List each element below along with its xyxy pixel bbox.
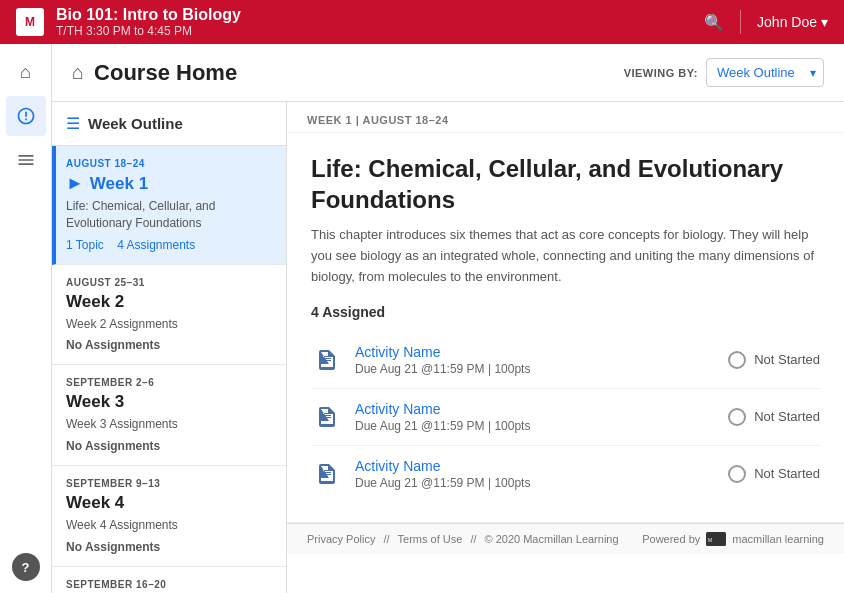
viewing-by-label: VIEWING BY: bbox=[624, 67, 698, 79]
svg-rect-4 bbox=[323, 417, 331, 418]
activity-due-1: Due Aug 21 @11:59 PM | 100pts bbox=[355, 362, 530, 376]
footer: Privacy Policy // Terms of Use // © 2020… bbox=[287, 523, 844, 554]
week-sidebar-title: Week Outline bbox=[88, 115, 183, 132]
footer-sep-2: // bbox=[470, 533, 476, 545]
activity-left-2: Activity Name Due Aug 21 @11:59 PM | 100… bbox=[311, 401, 530, 433]
search-icon[interactable]: 🔍 bbox=[704, 13, 724, 32]
chapter-description: This chapter introduces six themes that … bbox=[311, 225, 820, 287]
week-item-4[interactable]: SEPTEMBER 9–13 Week 4 Week 4 Assignments… bbox=[52, 466, 286, 567]
table-row: Activity Name Due Aug 21 @11:59 PM | 100… bbox=[311, 389, 820, 446]
chapter-section: Life: Chemical, Cellular, and Evolutiona… bbox=[287, 133, 844, 523]
help-button[interactable]: ? bbox=[12, 553, 40, 581]
activity-status-2: Not Started bbox=[728, 408, 820, 426]
week-3-no-assignments: No Assignments bbox=[66, 439, 272, 453]
week-item-5[interactable]: SEPTEMBER 16–20 Week 5 bbox=[52, 567, 286, 593]
week-item-3[interactable]: SEPTEMBER 2–6 Week 3 Week 3 Assignments … bbox=[52, 365, 286, 466]
svg-rect-2 bbox=[323, 362, 328, 363]
macmillan-logo-icon: M bbox=[706, 532, 726, 546]
week-2-desc: Week 2 Assignments bbox=[66, 316, 272, 333]
footer-links: Privacy Policy // Terms of Use // © 2020… bbox=[307, 533, 619, 545]
week-1-name: ► Week 1 bbox=[66, 173, 272, 194]
week-1-desc: Life: Chemical, Cellular, and Evolutiona… bbox=[66, 198, 272, 232]
viewing-by: VIEWING BY: Week Outline bbox=[624, 58, 824, 87]
week-label: WEEK 1 | AUGUST 18–24 bbox=[287, 102, 844, 133]
activity-info-2: Activity Name Due Aug 21 @11:59 PM | 100… bbox=[355, 401, 530, 433]
week-item-1[interactable]: AUGUST 18–24 ► Week 1 Life: Chemical, Ce… bbox=[52, 146, 286, 265]
table-row: Activity Name Due Aug 21 @11:59 PM | 100… bbox=[311, 446, 820, 502]
week-3-desc: Week 3 Assignments bbox=[66, 416, 272, 433]
nav-list-icon[interactable] bbox=[6, 140, 46, 180]
table-row: Activity Name Due Aug 21 @11:59 PM | 100… bbox=[311, 332, 820, 389]
view-select[interactable]: Week Outline bbox=[706, 58, 824, 87]
assignments-link[interactable]: 4 Assignments bbox=[117, 238, 195, 252]
app-logo: M bbox=[16, 8, 44, 36]
page-header: ⌂ Course Home VIEWING BY: Week Outline bbox=[52, 44, 844, 102]
chapter-title: Life: Chemical, Cellular, and Evolutiona… bbox=[311, 153, 820, 215]
page-title: Course Home bbox=[94, 60, 237, 86]
week-2-name: Week 2 bbox=[66, 292, 272, 312]
user-menu[interactable]: John Doe ▾ bbox=[757, 14, 828, 30]
top-bar-left: M Bio 101: Intro to Biology T/TH 3:30 PM… bbox=[16, 6, 241, 38]
activity-info-1: Activity Name Due Aug 21 @11:59 PM | 100… bbox=[355, 344, 530, 376]
week-4-no-assignments: No Assignments bbox=[66, 540, 272, 554]
left-nav: ⌂ ? bbox=[0, 44, 52, 593]
chevron-down-icon: ▾ bbox=[821, 14, 828, 30]
page-header-left: ⌂ Course Home bbox=[72, 60, 237, 86]
status-circle-3 bbox=[728, 465, 746, 483]
nav-book-icon[interactable] bbox=[6, 96, 46, 136]
divider bbox=[740, 10, 741, 34]
status-label-2: Not Started bbox=[754, 409, 820, 424]
week-1-date: AUGUST 18–24 bbox=[66, 158, 272, 169]
activity-due-3: Due Aug 21 @11:59 PM | 100pts bbox=[355, 476, 530, 490]
week-4-name: Week 4 bbox=[66, 493, 272, 513]
topic-link[interactable]: 1 Topic bbox=[66, 238, 104, 252]
terms-of-use-link[interactable]: Terms of Use bbox=[398, 533, 463, 545]
activity-name-3[interactable]: Activity Name bbox=[355, 458, 530, 474]
week-4-desc: Week 4 Assignments bbox=[66, 517, 272, 534]
footer-powered: Powered by M macmillan learning bbox=[642, 532, 824, 546]
svg-rect-0 bbox=[323, 358, 331, 359]
course-time: T/TH 3:30 PM to 4:45 PM bbox=[56, 24, 241, 38]
privacy-policy-link[interactable]: Privacy Policy bbox=[307, 533, 375, 545]
copyright-text: © 2020 Macmillan Learning bbox=[485, 533, 619, 545]
footer-sep-1: // bbox=[383, 533, 389, 545]
activity-icon-1 bbox=[311, 344, 343, 376]
course-title: Bio 101: Intro to Biology bbox=[56, 6, 241, 24]
activity-due-2: Due Aug 21 @11:59 PM | 100pts bbox=[355, 419, 530, 433]
svg-rect-8 bbox=[323, 476, 328, 477]
status-circle-1 bbox=[728, 351, 746, 369]
view-select-wrapper[interactable]: Week Outline bbox=[706, 58, 824, 87]
week-3-name: Week 3 bbox=[66, 392, 272, 412]
activity-name-2[interactable]: Activity Name bbox=[355, 401, 530, 417]
outline-icon: ☰ bbox=[66, 114, 80, 133]
week-3-date: SEPTEMBER 2–6 bbox=[66, 377, 272, 388]
assigned-label: 4 Assigned bbox=[311, 304, 820, 320]
activity-name-1[interactable]: Activity Name bbox=[355, 344, 530, 360]
svg-rect-1 bbox=[323, 360, 331, 361]
brand-name: macmillan learning bbox=[732, 533, 824, 545]
week-sidebar: ☰ Week Outline AUGUST 18–24 ► Week 1 Lif… bbox=[52, 102, 287, 593]
svg-rect-6 bbox=[323, 472, 331, 473]
week-4-date: SEPTEMBER 9–13 bbox=[66, 478, 272, 489]
activity-list: Activity Name Due Aug 21 @11:59 PM | 100… bbox=[311, 332, 820, 502]
activity-left-3: Activity Name Due Aug 21 @11:59 PM | 100… bbox=[311, 458, 530, 490]
activity-left-1: Activity Name Due Aug 21 @11:59 PM | 100… bbox=[311, 344, 530, 376]
nav-home-icon[interactable]: ⌂ bbox=[6, 52, 46, 92]
status-label-3: Not Started bbox=[754, 466, 820, 481]
week-sidebar-header: ☰ Week Outline bbox=[52, 102, 286, 146]
top-bar: M Bio 101: Intro to Biology T/TH 3:30 PM… bbox=[0, 0, 844, 44]
activity-info-3: Activity Name Due Aug 21 @11:59 PM | 100… bbox=[355, 458, 530, 490]
week-2-no-assignments: No Assignments bbox=[66, 338, 272, 352]
main-layout: ⌂ ? ⌂ Course Home VIEWING BY: Week Outli… bbox=[0, 44, 844, 593]
status-circle-2 bbox=[728, 408, 746, 426]
top-bar-right: 🔍 John Doe ▾ bbox=[704, 10, 828, 34]
svg-text:M: M bbox=[708, 537, 712, 543]
active-indicator: ► bbox=[66, 173, 84, 194]
week-item-2[interactable]: AUGUST 25–31 Week 2 Week 2 Assignments N… bbox=[52, 265, 286, 366]
course-info: Bio 101: Intro to Biology T/TH 3:30 PM t… bbox=[56, 6, 241, 38]
activity-status-1: Not Started bbox=[728, 351, 820, 369]
svg-rect-5 bbox=[323, 419, 328, 420]
week-5-date: SEPTEMBER 16–20 bbox=[66, 579, 272, 590]
week-1-meta: 1 Topic 4 Assignments bbox=[66, 238, 272, 252]
svg-rect-3 bbox=[323, 415, 331, 416]
